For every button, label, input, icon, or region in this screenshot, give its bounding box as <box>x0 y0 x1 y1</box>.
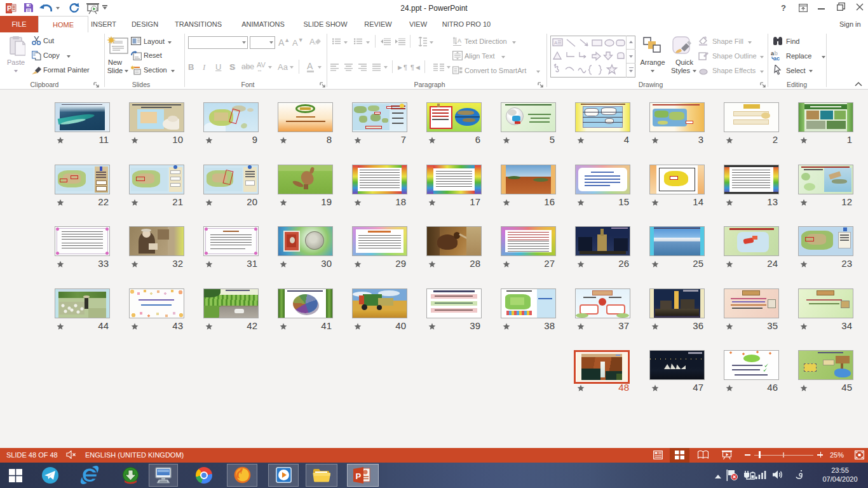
svg-text:A: A <box>458 37 461 44</box>
svg-text:A: A <box>309 37 315 46</box>
svg-text:A: A <box>554 40 558 46</box>
svg-text:P: P <box>356 471 362 481</box>
svg-text:ac: ac <box>773 55 780 61</box>
